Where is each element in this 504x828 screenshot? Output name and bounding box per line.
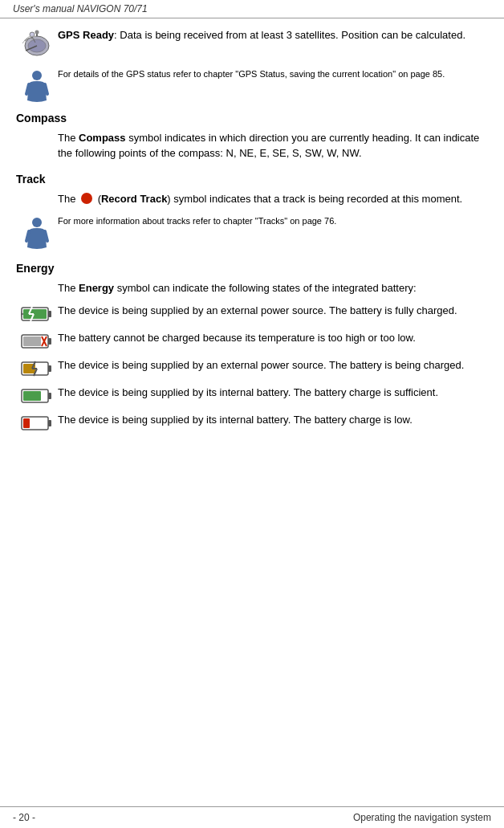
battery-body-5: The device is being supplied by its inte… <box>58 414 413 426</box>
footer-page-number: - 20 - <box>13 812 35 823</box>
page-footer: - 20 - Operating the navigation system <box>0 806 504 828</box>
battery-row-4: The device is being supplied by its inte… <box>16 385 488 405</box>
svg-point-8 <box>32 218 42 227</box>
gps-ready-row: GPS Ready: Data is being received from a… <box>16 28 488 60</box>
track-prefix: The <box>58 193 75 205</box>
gps-ready-bold: GPS Ready <box>58 29 114 41</box>
svg-rect-11 <box>23 309 47 319</box>
compass-row: The Compass symbol indicates in which di… <box>16 131 488 161</box>
svg-rect-32 <box>48 420 51 426</box>
compass-section: Compass The Compass symbol indicates in … <box>16 112 488 161</box>
gps-details-text: For details of the GPS status refer to c… <box>58 68 488 81</box>
main-content: GPS Ready: Data is being received from a… <box>0 18 504 475</box>
person-icon-2 <box>22 217 51 251</box>
svg-rect-30 <box>23 391 41 401</box>
energy-intro-text: The Energy symbol can indicate the follo… <box>58 281 488 296</box>
battery-icon-3-cell <box>16 358 58 377</box>
battery-low-icon <box>21 414 53 432</box>
battery-text-3: The device is being supplied by an exter… <box>58 358 488 373</box>
gps-ready-text: GPS Ready: Data is being received from a… <box>58 28 488 43</box>
battery-icon-4-cell <box>16 385 58 405</box>
gps-details-row: For details of the GPS status refer to c… <box>16 68 488 104</box>
track-row: The (Record Track) symbol indicates that… <box>16 192 488 207</box>
energy-body: symbol can indicate the following states… <box>114 282 417 294</box>
svg-rect-33 <box>23 418 30 428</box>
track-note-row: For more information about tracks refer … <box>16 215 488 251</box>
satellite-icon <box>22 30 52 60</box>
battery-text-4: The device is being supplied by its inte… <box>58 385 488 401</box>
battery-sufficient-icon <box>21 387 53 405</box>
gps-ready-body: : Data is being received from at least 3… <box>114 29 465 41</box>
battery-body-4: The device is being supplied by its inte… <box>58 386 438 398</box>
energy-intro-row: The Energy symbol can indicate the follo… <box>16 281 488 296</box>
record-track-dot <box>81 193 92 204</box>
svg-rect-10 <box>48 311 51 317</box>
battery-no-charge-icon <box>21 332 53 350</box>
track-note-body: For more information about tracks refer … <box>58 216 336 226</box>
compass-icon-cell <box>16 131 58 133</box>
svg-point-3 <box>35 31 39 35</box>
compass-bold: Compass <box>79 132 126 144</box>
compass-title: Compass <box>16 112 488 124</box>
svg-rect-23 <box>48 365 51 372</box>
battery-body-3: The device is being supplied by an exter… <box>58 359 464 371</box>
svg-rect-18 <box>48 338 51 345</box>
energy-prefix: The <box>58 282 79 294</box>
track-text: The (Record Track) symbol indicates that… <box>58 192 488 207</box>
battery-charging-icon <box>21 360 53 377</box>
header-title: User's manual NAVIGON 70/71 <box>13 3 148 14</box>
battery-text-2: The battery cannot be charged because it… <box>58 331 488 346</box>
track-note-text: For more information about tracks refer … <box>58 215 488 228</box>
energy-title: Energy <box>16 262 488 275</box>
battery-text-5: The device is being supplied by its inte… <box>58 413 488 428</box>
battery-icon-2-cell <box>16 331 58 350</box>
energy-bold: Energy <box>79 282 114 294</box>
record-track-bold: Record Track <box>101 193 167 205</box>
gps-ready-icon-cell <box>16 28 58 60</box>
compass-prefix: The <box>58 132 79 144</box>
svg-rect-19 <box>23 337 41 346</box>
track-title: Track <box>16 173 488 186</box>
battery-full-charging-icon <box>21 305 53 323</box>
battery-row-1: The device is being supplied by an exter… <box>16 304 488 323</box>
page-header: User's manual NAVIGON 70/71 <box>0 0 504 18</box>
compass-text: The Compass symbol indicates in which di… <box>58 131 488 161</box>
track-icon-cell <box>16 192 58 194</box>
battery-row-3: The device is being supplied by an exter… <box>16 358 488 377</box>
energy-section: Energy The Energy symbol can indicate th… <box>16 262 488 433</box>
battery-body-1: The device is being supplied by an exter… <box>58 304 457 316</box>
battery-row-2: The battery cannot be charged because it… <box>16 331 488 350</box>
track-note-icon-cell <box>16 215 58 251</box>
gps-person-icon-cell <box>16 68 58 104</box>
energy-intro-icon-cell <box>16 281 58 283</box>
battery-row-5: The device is being supplied by its inte… <box>16 413 488 432</box>
battery-body-2: The battery cannot be charged because it… <box>58 332 416 344</box>
person-icon <box>22 70 51 104</box>
battery-icon-1-cell <box>16 304 58 323</box>
track-section: Track The (Record Track) symbol indicate… <box>16 173 488 251</box>
battery-text-1: The device is being supplied by an exter… <box>58 304 488 319</box>
footer-section-title: Operating the navigation system <box>353 812 491 823</box>
svg-point-7 <box>32 71 42 80</box>
track-body: symbol indicates that a track is being r… <box>171 193 462 205</box>
svg-rect-29 <box>48 393 51 399</box>
battery-icon-5-cell <box>16 413 58 432</box>
gps-details-body: For details of the GPS status refer to c… <box>58 69 445 79</box>
